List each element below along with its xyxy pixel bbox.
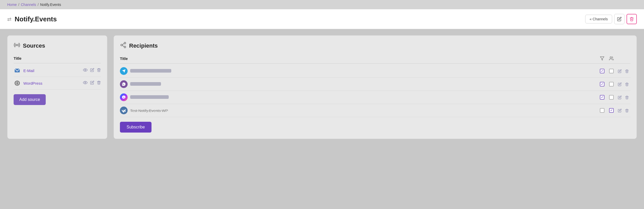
viber-group-check[interactable] [607, 82, 616, 86]
viber-edit-icon[interactable] [616, 82, 623, 86]
messenger-filter-check[interactable] [598, 95, 607, 100]
recipients-table-header: Title [120, 55, 630, 64]
wordpress-row-actions [83, 81, 101, 86]
viber-delete-icon[interactable] [623, 82, 630, 86]
messenger-edit-icon[interactable] [616, 95, 623, 99]
svg-marker-13 [600, 57, 604, 60]
telegram-filter-check[interactable] [598, 69, 607, 73]
group-icon [607, 56, 616, 61]
source-row-wordpress: WordPress [14, 77, 101, 90]
svg-point-2 [85, 69, 86, 71]
vk-recipient-name: Test Notify.Events WP [130, 108, 598, 113]
telegram-recipient-name [130, 69, 598, 73]
vk-name-text: Test Notify.Events WP [130, 108, 168, 113]
vk-icon [120, 107, 128, 114]
sources-icon [14, 42, 20, 50]
telegram-icon [120, 67, 128, 75]
wordpress-edit-icon[interactable] [90, 81, 94, 86]
recipient-row-vk: Test Notify.Events WP [120, 104, 630, 117]
sources-card-header: Sources [14, 42, 101, 50]
recipient-row-messenger [120, 91, 630, 104]
breadcrumb-sep2: / [37, 3, 39, 7]
recipient-row-telegram [120, 65, 630, 78]
trash-icon [629, 17, 634, 21]
messenger-recipient-name [130, 95, 598, 100]
recipients-title: Recipients [129, 42, 158, 49]
wordpress-source-icon [14, 80, 21, 87]
edit-icon [617, 17, 622, 21]
viber-icon [120, 80, 128, 88]
sources-table-header: Title [14, 55, 101, 63]
main-content: Sources Title E-Mail [0, 29, 644, 145]
wordpress-delete-icon[interactable] [97, 81, 101, 86]
telegram-delete-icon[interactable] [623, 69, 630, 73]
subscribe-button[interactable]: Subscribe [120, 122, 151, 133]
recipients-card-header: Recipients [120, 42, 630, 50]
email-source-icon [14, 67, 21, 74]
email-row-actions [83, 68, 101, 73]
vk-delete-icon[interactable] [623, 109, 630, 112]
email-delete-icon[interactable] [97, 68, 101, 73]
add-source-button[interactable]: Add source [14, 94, 46, 105]
recipients-col-title: Title [120, 56, 598, 61]
recipients-icon [120, 42, 127, 50]
email-view-icon[interactable] [83, 68, 88, 73]
vk-group-check[interactable] [607, 108, 616, 113]
vk-filter-check[interactable] [598, 108, 607, 113]
filter-icon [598, 56, 607, 61]
page-header: ⇄ Notify.Events « Channels [0, 9, 644, 29]
wordpress-source-name[interactable]: WordPress [23, 81, 83, 85]
recipient-row-viber [120, 78, 630, 91]
breadcrumb-channels[interactable]: Channels [21, 3, 36, 7]
wordpress-view-icon[interactable] [83, 81, 88, 85]
messenger-delete-icon[interactable] [623, 95, 630, 99]
messenger-group-check[interactable] [607, 95, 616, 100]
source-row-email: E-Mail [14, 64, 101, 77]
email-source-name[interactable]: E-Mail [23, 68, 83, 73]
svg-point-14 [610, 57, 612, 58]
messenger-icon [120, 93, 128, 101]
page-title: Notify.Events [15, 15, 57, 23]
header-actions: « Channels [585, 14, 637, 24]
sources-card: Sources Title E-Mail [7, 35, 107, 139]
sources-col-title: Title [14, 56, 101, 60]
svg-point-7 [85, 82, 86, 83]
edit-button[interactable] [614, 14, 624, 24]
breadcrumb: Home / Channels / Notify.Events [0, 0, 644, 9]
recipients-card: Recipients Title [113, 35, 637, 139]
svg-line-12 [122, 43, 124, 45]
viber-filter-check[interactable] [598, 82, 607, 86]
header-left: ⇄ Notify.Events [7, 15, 57, 23]
channels-back-button[interactable]: « Channels [585, 15, 612, 23]
svg-line-11 [122, 46, 124, 47]
breadcrumb-sep1: / [18, 3, 19, 7]
email-edit-icon[interactable] [90, 68, 94, 73]
vk-edit-icon[interactable] [616, 109, 623, 112]
viber-recipient-name [130, 82, 598, 86]
telegram-group-check[interactable] [607, 69, 616, 73]
channel-icon: ⇄ [7, 16, 12, 22]
telegram-edit-icon[interactable] [616, 69, 623, 73]
breadcrumb-home[interactable]: Home [7, 3, 17, 7]
delete-button[interactable] [627, 14, 637, 24]
svg-point-0 [16, 45, 17, 46]
sources-title: Sources [23, 42, 45, 49]
breadcrumb-current: Notify.Events [40, 3, 61, 7]
